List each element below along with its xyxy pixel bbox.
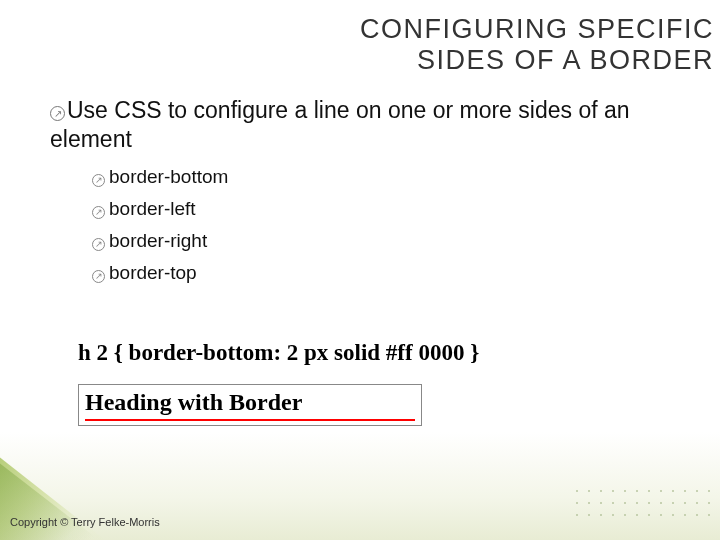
copyright-text: Copyright © Terry Felke-Morris <box>10 516 160 528</box>
slide: CONFIGURING SPECIFIC SIDES OF A BORDER ↗… <box>0 0 720 540</box>
bullet-icon: ↗ <box>92 238 105 251</box>
list-item: ↗border-right <box>92 230 228 252</box>
bullet-icon: ↗ <box>92 206 105 219</box>
main-bullet-text: Use CSS to configure a line on one or mo… <box>50 97 630 152</box>
list-item-label: border-bottom <box>109 166 228 187</box>
bullet-icon: ↗ <box>92 174 105 187</box>
list-item-label: border-right <box>109 230 207 251</box>
list-item-label: border-left <box>109 198 196 219</box>
list-item: ↗border-left <box>92 198 228 220</box>
code-example: h 2 { border-bottom: 2 px solid #ff 0000… <box>78 340 479 366</box>
sub-bullet-list: ↗border-bottom ↗border-left ↗border-righ… <box>92 166 228 294</box>
decorative-dots <box>574 488 712 518</box>
title-line-2: SIDES OF A BORDER <box>417 45 714 75</box>
list-item: ↗border-bottom <box>92 166 228 188</box>
example-rendering: Heading with Border <box>78 384 422 426</box>
list-item-label: border-top <box>109 262 197 283</box>
bullet-icon: ↗ <box>50 106 65 121</box>
main-bullet: ↗Use CSS to configure a line on one or m… <box>50 96 700 154</box>
slide-title: CONFIGURING SPECIFIC SIDES OF A BORDER <box>360 14 714 76</box>
list-item: ↗border-top <box>92 262 228 284</box>
example-heading: Heading with Border <box>85 389 415 421</box>
bullet-icon: ↗ <box>92 270 105 283</box>
title-line-1: CONFIGURING SPECIFIC <box>360 14 714 44</box>
